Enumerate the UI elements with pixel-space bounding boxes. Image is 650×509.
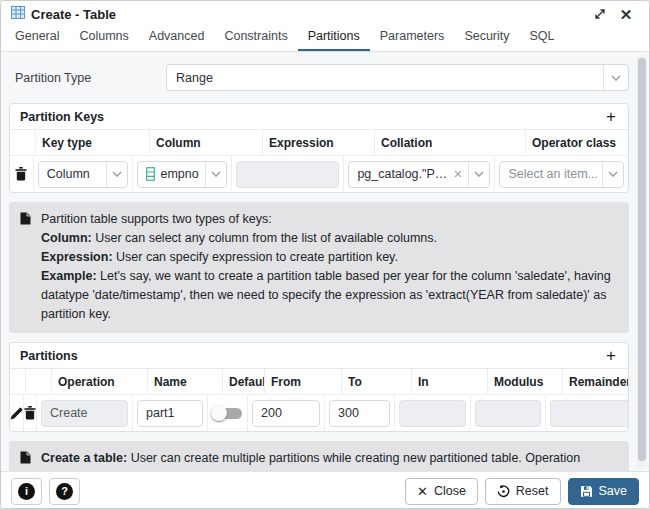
chevron-down-icon <box>474 171 484 177</box>
dialog-help-button[interactable]: ? <box>49 478 80 505</box>
delete-row-icon[interactable] <box>24 406 36 420</box>
operation-input[interactable] <box>41 400 128 427</box>
partition-keys-title: Partition Keys <box>20 110 104 124</box>
col-header-remainder: Remainder <box>563 369 628 394</box>
col-header-expression: Expression <box>263 130 375 155</box>
create-table-dialog: Create - Table ✕ General Columns Advance… <box>0 0 650 509</box>
col-header-collation: Collation <box>375 130 526 155</box>
col-header-operation: Operation <box>52 369 148 394</box>
column-icon <box>146 167 155 181</box>
partition-row <box>10 395 628 431</box>
col-header-modulus: Modulus <box>488 369 563 394</box>
partition-keys-header-row: Key type Column Expression Collation Ope… <box>10 130 628 156</box>
chevron-down-icon <box>611 75 621 81</box>
reset-button[interactable]: Reset <box>485 478 561 505</box>
partitions-tab-content: Partition Type Range Partition Keys + Ke… <box>1 52 649 471</box>
partition-type-select[interactable]: Range <box>166 64 629 91</box>
partitions-info-box: Create a table: User can create multiple… <box>9 441 629 471</box>
tab-general[interactable]: General <box>5 25 69 51</box>
tab-columns[interactable]: Columns <box>69 25 138 51</box>
close-icon[interactable]: ✕ <box>613 4 639 24</box>
column-select[interactable]: empno <box>137 161 227 188</box>
tab-advanced[interactable]: Advanced <box>139 25 215 51</box>
partition-type-value: Range <box>176 71 597 85</box>
chevron-down-icon <box>112 171 122 177</box>
delete-row-icon[interactable] <box>15 167 27 181</box>
partition-type-label: Partition Type <box>15 71 166 85</box>
dialog-footer: i ? ✕ Close Reset Save <box>1 471 649 509</box>
tab-constraints[interactable]: Constraints <box>214 25 297 51</box>
expression-input[interactable] <box>236 161 339 188</box>
col-header-default: Default <box>223 369 265 394</box>
close-x-icon: ✕ <box>417 485 428 498</box>
col-header-to: To <box>342 369 412 394</box>
partition-keys-info-box: Partition table supports two types of ke… <box>9 202 629 333</box>
clear-selection-icon[interactable]: ✕ <box>453 168 462 181</box>
sql-help-button[interactable]: i <box>11 478 42 505</box>
col-header-operator-class: Operator class <box>526 130 628 155</box>
col-header-from: From <box>265 369 342 394</box>
edit-row-icon[interactable] <box>10 407 23 420</box>
partitions-header-row: Operation Name Default From To In Modulu… <box>10 369 628 395</box>
resize-expand-icon[interactable] <box>587 4 613 24</box>
tab-security[interactable]: Security <box>454 25 519 51</box>
info-intro: Partition table supports two types of ke… <box>41 210 617 229</box>
collation-select[interactable]: pg_catalog."POSIX" ✕ <box>348 161 490 188</box>
key-type-select[interactable]: Column <box>38 161 129 188</box>
info-line: Expression: User can specify expression … <box>41 248 617 267</box>
info-line: Create a table: User can create multiple… <box>41 449 617 471</box>
title-bar: Create - Table ✕ <box>1 1 649 27</box>
remainder-input[interactable] <box>550 400 629 427</box>
dialog-title: Create - Table <box>31 7 116 22</box>
tab-partitions[interactable]: Partitions <box>298 25 370 51</box>
info-line: Column: User can select any column from … <box>41 229 617 248</box>
operator-class-select[interactable]: Select an item... <box>499 161 624 188</box>
col-header-column: Column <box>150 130 263 155</box>
partition-key-row: Column empno pg_catalog."POS <box>10 156 628 192</box>
document-icon <box>20 212 31 225</box>
dialog-tabs: General Columns Advanced Constraints Par… <box>1 27 649 52</box>
col-header-key-type: Key type <box>36 130 150 155</box>
chevron-down-icon <box>211 171 221 177</box>
question-icon: ? <box>56 483 73 500</box>
vertical-scrollbar[interactable] <box>637 54 647 469</box>
default-toggle[interactable] <box>211 404 244 422</box>
table-icon <box>11 5 25 23</box>
partitions-title: Partitions <box>20 349 78 363</box>
add-partition-key-button[interactable]: + <box>604 108 618 125</box>
partition-keys-panel: Partition Keys + Key type Column Express… <box>9 103 629 193</box>
save-icon <box>580 485 593 498</box>
modulus-input[interactable] <box>475 400 541 427</box>
reset-icon <box>497 485 510 498</box>
partition-name-input[interactable] <box>137 400 203 427</box>
info-line: Example: Let's say, we want to create a … <box>41 267 617 324</box>
to-input[interactable] <box>329 400 390 427</box>
add-partition-button[interactable]: + <box>604 347 618 364</box>
close-button[interactable]: ✕ Close <box>405 478 478 505</box>
col-header-name: Name <box>148 369 223 394</box>
from-input[interactable] <box>252 400 320 427</box>
col-header-in: In <box>412 369 488 394</box>
info-icon: i <box>18 483 35 500</box>
in-input[interactable] <box>399 400 466 427</box>
tab-sql[interactable]: SQL <box>520 25 565 51</box>
tab-parameters[interactable]: Parameters <box>370 25 455 51</box>
chevron-down-icon <box>608 171 618 177</box>
partitions-panel: Partitions + Operation Name Default From… <box>9 342 629 432</box>
save-button[interactable]: Save <box>568 478 640 505</box>
document-icon <box>20 451 31 464</box>
